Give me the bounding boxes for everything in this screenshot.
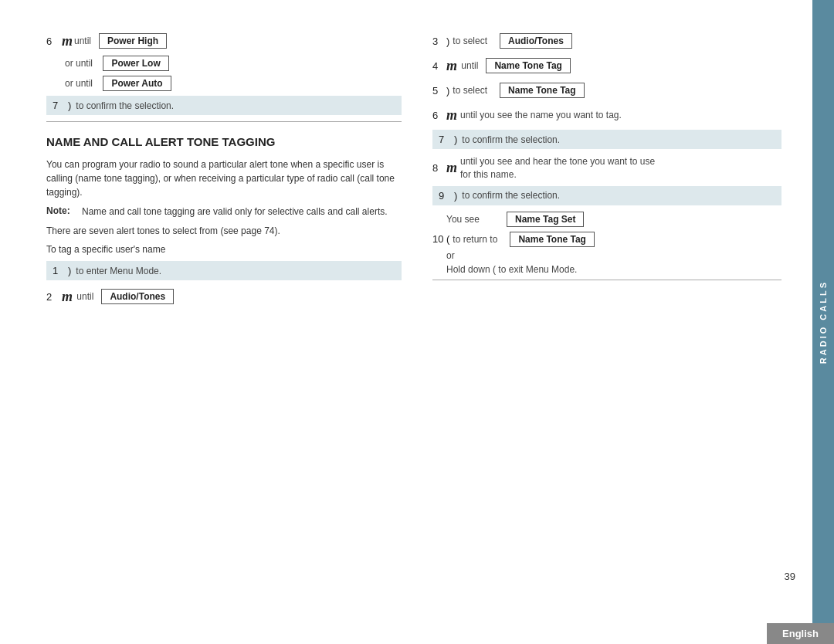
step-2-until: until	[74, 291, 93, 302]
confirm-row-9: 9 ) to confirm the selection.	[432, 186, 781, 205]
hold-down-row: Hold down ( to exit Menu Mode.	[446, 264, 781, 275]
step-2-num: 2	[46, 291, 62, 303]
right-column: 3 ) to select Audio/Tones 4 m until Name…	[432, 31, 781, 613]
step-6-right-row: 6 m until you see the name you want to t…	[432, 105, 781, 125]
confirm-7-num: 7	[53, 100, 68, 111]
page-number: 39	[785, 571, 795, 582]
step-10-paren: (	[446, 233, 449, 245]
english-badge: English	[767, 623, 834, 644]
step-8-icon: m	[446, 160, 457, 176]
step-3-row: 3 ) to select Audio/Tones	[432, 31, 781, 51]
step-8-text: until you see and hear the tone you want…	[460, 155, 661, 181]
body-text-2: There are seven alert tones to select fr…	[46, 224, 402, 238]
step-4-until: until	[459, 60, 478, 71]
confirm-7-text: to confirm the selection.	[76, 100, 174, 111]
divider-1	[46, 121, 402, 122]
confirm-9-text: to confirm the selection.	[462, 190, 560, 201]
step-6-right-text: until you see the name you want to tag.	[460, 110, 622, 120]
step-3-paren: )	[446, 36, 449, 47]
power-auto-btn: Power Auto	[103, 76, 171, 91]
step-5-row: 5 ) to select Name Tone Tag	[432, 80, 781, 100]
step-6-num: 6	[46, 36, 62, 47]
step-5-paren: )	[446, 85, 449, 97]
step-5-text: to select	[453, 85, 487, 96]
step-10-text: to return to	[453, 234, 497, 245]
confirm-row-7: 7 ) to confirm the selection.	[46, 96, 402, 115]
divider-right	[432, 280, 781, 280]
step-4-row: 4 m until Name Tone Tag	[432, 56, 781, 76]
step-1-text: to enter Menu Mode.	[76, 266, 161, 276]
audio-tones-btn-left: Audio/Tones	[101, 289, 174, 304]
step-6-until: until	[74, 36, 91, 46]
confirm-9-num: 9	[439, 190, 454, 202]
name-tone-tag-btn-4: Name Tone Tag	[486, 58, 571, 73]
confirm-7-right-text: to confirm the selection.	[462, 134, 560, 145]
audio-tones-btn-right: Audio/Tones	[500, 33, 572, 49]
or-until-1: or until Power Low	[65, 56, 402, 71]
step-4-num: 4	[432, 60, 446, 72]
step-3-text: to select	[453, 36, 487, 46]
step-6-row: 6 m until Power High	[46, 31, 402, 51]
power-low-btn: Power Low	[103, 56, 168, 71]
side-tab: RADIO CALLS	[812, 0, 834, 644]
name-tone-tag-btn-10: Name Tone Tag	[510, 232, 595, 247]
step-10-row: 10 ( to return to Name Tone Tag	[432, 232, 781, 247]
step-1-row: 1 ) to enter Menu Mode.	[46, 261, 402, 280]
to-tag-line: To tag a specific user's name	[46, 244, 402, 255]
or-text: or	[446, 250, 781, 261]
or-until-2: or until Power Auto	[65, 76, 402, 91]
note-row: Note: Name and call tone tagging are val…	[46, 205, 402, 219]
step-6-icon: m	[62, 33, 73, 49]
step-8-num: 8	[432, 162, 446, 174]
body-text-1: You can program your radio to sound a pa…	[46, 158, 402, 199]
name-tag-set-btn: Name Tag Set	[507, 212, 584, 227]
step-1-num: 1	[53, 265, 68, 276]
you-see-row: You see Name Tag Set	[432, 212, 781, 227]
name-tone-tag-btn-5: Name Tone Tag	[500, 83, 585, 98]
step-2-icon: m	[62, 289, 73, 305]
step-1-paren: )	[68, 265, 71, 276]
note-label: Note:	[46, 205, 76, 219]
left-column: 6 m until Power High or until Power Low …	[46, 31, 402, 613]
confirm-7-right-paren: )	[454, 134, 457, 145]
step-10-num: 10	[432, 233, 446, 245]
section-heading: NAME AND CALL ALERT TONE TAGGING	[46, 134, 402, 150]
step-5-num: 5	[432, 85, 446, 97]
confirm-7-paren: )	[68, 100, 71, 111]
step-6-right-num: 6	[432, 110, 446, 121]
power-high-btn: Power High	[99, 33, 167, 49]
confirm-7-right-num: 7	[439, 134, 454, 145]
note-text: Name and call tone tagging are valid onl…	[82, 205, 388, 219]
step-8-row: 8 m until you see and hear the tone you …	[432, 155, 781, 181]
side-tab-label: RADIO CALLS	[819, 280, 828, 364]
you-see-label: You see	[446, 214, 493, 225]
step-4-icon: m	[446, 58, 457, 74]
step-3-num: 3	[432, 36, 446, 47]
step-2-row: 2 m until Audio/Tones	[46, 286, 402, 307]
confirm-row-7-right: 7 ) to confirm the selection.	[432, 130, 781, 149]
confirm-9-paren: )	[454, 190, 457, 202]
step-6-right-icon: m	[446, 107, 457, 124]
